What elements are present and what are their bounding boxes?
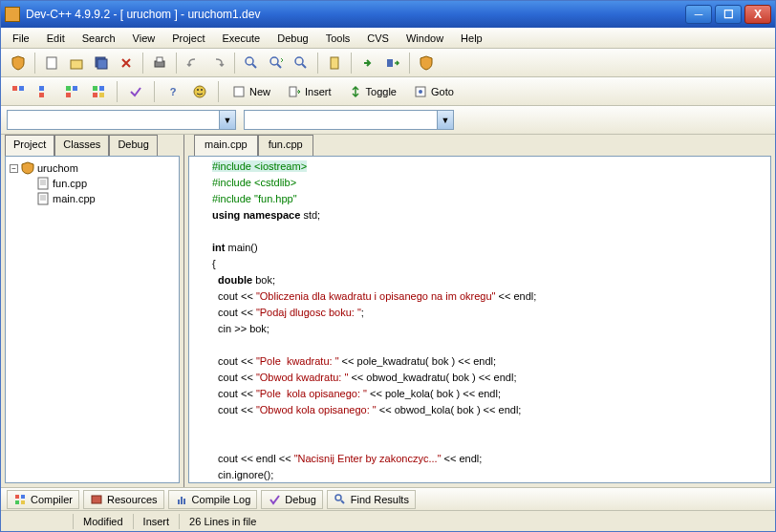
svg-text:?: ? xyxy=(170,86,177,97)
tree-item[interactable]: main.cpp xyxy=(10,191,175,206)
svg-rect-21 xyxy=(93,86,97,91)
close-button[interactable]: X xyxy=(744,5,771,24)
svg-rect-30 xyxy=(290,87,296,96)
menu-window[interactable]: Window xyxy=(399,31,451,46)
help-icon[interactable]: ? xyxy=(162,80,184,103)
svg-rect-47 xyxy=(181,497,183,504)
menu-tools[interactable]: Tools xyxy=(318,31,358,46)
file-tab-main[interactable]: main.cpp xyxy=(194,135,258,156)
svg-rect-18 xyxy=(66,86,71,91)
grid1-icon[interactable] xyxy=(7,80,30,103)
menu-help[interactable]: Help xyxy=(453,31,490,46)
svg-rect-20 xyxy=(66,93,71,97)
tab-debug-out[interactable]: Debug xyxy=(261,490,322,509)
maximize-button[interactable]: ☐ xyxy=(715,5,742,24)
undo-icon[interactable] xyxy=(182,52,205,74)
svg-rect-15 xyxy=(19,86,24,91)
compile-run-icon[interactable] xyxy=(381,52,404,74)
grid4-icon[interactable] xyxy=(87,80,110,103)
find-next-icon[interactable] xyxy=(290,52,313,74)
close-file-icon[interactable] xyxy=(115,52,138,74)
file-tabs: main.cpp fun.cpp xyxy=(184,135,775,156)
function-combo[interactable]: ▼ xyxy=(244,110,454,130)
grid3-icon[interactable] xyxy=(60,80,83,103)
class-combo[interactable]: ▼ xyxy=(7,110,236,130)
tab-classes[interactable]: Classes xyxy=(54,135,109,156)
menu-project[interactable]: Project xyxy=(164,31,212,46)
about-icon[interactable] xyxy=(188,80,211,103)
tab-compiler[interactable]: Compiler xyxy=(7,490,79,509)
project-icon xyxy=(21,161,34,175)
print-icon[interactable] xyxy=(148,52,171,74)
file-tab-fun[interactable]: fun.cpp xyxy=(258,135,313,156)
svg-rect-5 xyxy=(157,57,162,62)
svg-rect-45 xyxy=(92,496,101,503)
svg-point-8 xyxy=(270,57,278,65)
insert-button[interactable]: Insert xyxy=(281,80,338,103)
svg-rect-41 xyxy=(15,495,19,499)
svg-rect-46 xyxy=(178,500,180,504)
tree-root-label: uruchom xyxy=(37,162,78,174)
svg-rect-14 xyxy=(12,86,17,91)
grid2-icon[interactable] xyxy=(33,80,56,103)
combo-row: ▼ ▼ xyxy=(1,106,775,135)
compile-icon[interactable] xyxy=(323,52,346,74)
replace-icon[interactable] xyxy=(265,52,288,74)
svg-rect-16 xyxy=(39,86,44,91)
titlebar: Dev-C++ 4.9.9.2 - [ uruchom ] - uruchom1… xyxy=(1,1,775,28)
svg-rect-43 xyxy=(15,500,19,504)
tab-project[interactable]: Project xyxy=(5,135,54,156)
tree-root[interactable]: − uruchom xyxy=(10,160,175,176)
svg-rect-37 xyxy=(38,193,48,204)
run-icon[interactable] xyxy=(356,52,379,74)
svg-rect-42 xyxy=(21,495,25,499)
tab-find-results[interactable]: Find Results xyxy=(327,490,416,509)
svg-rect-33 xyxy=(38,178,48,189)
collapse-icon[interactable]: − xyxy=(10,164,18,173)
menu-debug[interactable]: Debug xyxy=(269,31,315,46)
menu-edit[interactable]: Edit xyxy=(39,31,73,46)
new-file-icon[interactable] xyxy=(40,52,63,74)
toggle-button[interactable]: Toggle xyxy=(342,80,403,103)
svg-line-50 xyxy=(341,500,344,503)
output-tabs: Compiler Resources Compile Log Debug Fin… xyxy=(1,487,775,510)
svg-rect-12 xyxy=(331,57,338,69)
menu-bar: File Edit Search View Project Execute De… xyxy=(1,28,775,49)
file-icon xyxy=(36,177,50,190)
svg-rect-29 xyxy=(234,87,244,96)
minimize-button[interactable]: ─ xyxy=(685,5,712,24)
svg-rect-1 xyxy=(71,60,82,69)
tree-item[interactable]: fun.cpp xyxy=(10,176,175,191)
svg-point-26 xyxy=(194,86,205,97)
svg-line-11 xyxy=(302,64,306,68)
svg-point-10 xyxy=(295,57,303,65)
svg-rect-44 xyxy=(21,500,25,504)
tab-resources[interactable]: Resources xyxy=(83,490,164,509)
menu-search[interactable]: Search xyxy=(75,31,123,46)
shield-icon[interactable] xyxy=(7,52,30,74)
save-all-icon[interactable] xyxy=(90,52,113,74)
menu-cvs[interactable]: CVS xyxy=(359,31,397,46)
menu-view[interactable]: View xyxy=(125,31,163,46)
goto-button[interactable]: Goto xyxy=(407,80,461,103)
debug-icon[interactable] xyxy=(415,52,438,74)
status-bar: Modified Insert 26 Lines in file xyxy=(1,510,775,531)
tab-debug[interactable]: Debug xyxy=(109,135,157,156)
new-button[interactable]: New xyxy=(226,80,277,103)
svg-rect-3 xyxy=(97,59,107,69)
status-modified: Modified xyxy=(73,514,133,529)
svg-rect-0 xyxy=(47,57,56,69)
open-icon[interactable] xyxy=(65,52,88,74)
svg-rect-23 xyxy=(93,93,97,97)
window-title: Dev-C++ 4.9.9.2 - [ uruchom ] - uruchom1… xyxy=(26,8,685,21)
svg-point-32 xyxy=(419,90,422,94)
menu-execute[interactable]: Execute xyxy=(214,31,268,46)
file-icon xyxy=(36,192,50,205)
menu-file[interactable]: File xyxy=(5,31,37,46)
redo-icon[interactable] xyxy=(206,52,229,74)
tab-compile-log[interactable]: Compile Log xyxy=(168,490,258,509)
code-editor[interactable]: #include <iostream> #include <cstdlib> #… xyxy=(188,156,771,483)
svg-rect-17 xyxy=(39,93,44,97)
check-icon[interactable] xyxy=(124,80,147,103)
find-icon[interactable] xyxy=(240,52,263,74)
